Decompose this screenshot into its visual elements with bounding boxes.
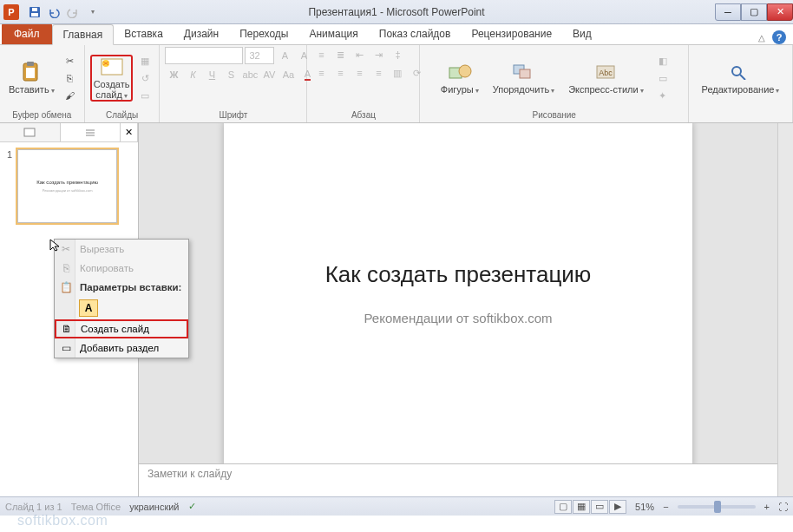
editor-area: Как создать презентацию Рекомендации от …	[139, 123, 777, 496]
sorter-view-button[interactable]: ▦	[573, 500, 590, 514]
columns[interactable]: ▥	[389, 65, 406, 81]
context-paste-option[interactable]: A	[55, 297, 188, 319]
layout-button[interactable]: ▦	[136, 53, 154, 69]
shape-fill[interactable]: ◧	[654, 53, 672, 69]
group-font: 32 A A Ж К Ч S abc AV Aa A Шрифт	[160, 45, 307, 122]
align-center[interactable]: ≡	[331, 65, 349, 81]
zoom-slider[interactable]	[678, 505, 756, 509]
file-tab[interactable]: Файл	[2, 23, 52, 44]
align-right[interactable]: ≡	[351, 65, 368, 81]
zoom-value[interactable]: 51%	[635, 502, 654, 512]
tab-insert[interactable]: Вставка	[114, 23, 174, 44]
slideshow-view-button[interactable]: ▶	[609, 500, 626, 514]
paste-label: Вставить	[9, 84, 55, 95]
tab-design[interactable]: Дизайн	[174, 23, 229, 44]
help-icon[interactable]: ?	[772, 30, 786, 44]
shape-outline[interactable]: ▭	[654, 70, 672, 86]
svg-line-15	[740, 75, 745, 80]
svg-rect-11	[520, 69, 530, 78]
arrange-button[interactable]: Упорядочить	[489, 60, 558, 96]
change-case-button[interactable]: Aa	[279, 67, 297, 82]
italic-button[interactable]: К	[184, 67, 201, 82]
panel-tab-slides[interactable]	[0, 123, 61, 141]
zoom-thumb[interactable]	[714, 501, 721, 513]
tab-transitions[interactable]: Переходы	[229, 23, 298, 44]
save-button[interactable]	[26, 3, 43, 21]
quick-styles-button[interactable]: Abc Экспресс-стили	[565, 60, 646, 96]
justify[interactable]: ≡	[370, 65, 387, 81]
tab-review[interactable]: Рецензирование	[461, 23, 562, 44]
tab-animations[interactable]: Анимация	[298, 23, 368, 44]
font-name-combo[interactable]	[165, 47, 243, 64]
reading-view-button[interactable]: ▭	[591, 500, 608, 514]
shape-effects[interactable]: ✦	[654, 88, 672, 103]
context-copy: ⎘ Копировать	[55, 259, 188, 278]
tab-view[interactable]: Вид	[562, 23, 602, 44]
numbering-button[interactable]: ≣	[331, 47, 349, 62]
notes-pane[interactable]: Заметки к слайду	[139, 463, 777, 496]
decrease-indent[interactable]: ⇤	[351, 47, 368, 62]
fit-button[interactable]: ⛶	[778, 502, 788, 512]
minimize-button[interactable]: ─	[715, 3, 741, 21]
paste-button[interactable]: Вставить	[5, 60, 58, 96]
zoom-in-button[interactable]: +	[764, 502, 770, 512]
increase-indent[interactable]: ⇥	[370, 47, 387, 62]
svg-rect-5	[26, 68, 35, 78]
underline-button[interactable]: Ч	[203, 67, 220, 82]
format-painter-button[interactable]: 🖌	[62, 88, 79, 103]
slide-canvas[interactable]: Как создать презентацию Рекомендации от …	[224, 123, 692, 463]
section-button[interactable]: ▭	[136, 88, 154, 103]
line-spacing[interactable]: ‡	[389, 47, 406, 62]
cut-button[interactable]: ✂	[62, 53, 79, 69]
view-buttons: ▢ ▦ ▭ ▶	[554, 500, 626, 514]
context-new-slide[interactable]: 🗎 Создать слайд	[55, 319, 188, 338]
group-slides: Создать слайд ▦ ↺ ▭ Слайды	[85, 45, 161, 122]
minimize-ribbon-icon[interactable]: △	[758, 33, 765, 43]
shadow-button[interactable]: abc	[241, 67, 259, 82]
status-language[interactable]: украинский	[129, 502, 179, 512]
reset-button[interactable]: ↺	[136, 70, 154, 86]
bold-button[interactable]: Ж	[165, 67, 182, 82]
tab-home[interactable]: Главная	[52, 24, 115, 45]
thumb-number: 1	[7, 149, 12, 223]
paste-option-a[interactable]: A	[79, 299, 98, 317]
cursor-icon	[49, 238, 62, 252]
quick-styles-label: Экспресс-стили	[568, 84, 643, 95]
normal-view-button[interactable]: ▢	[554, 500, 572, 514]
vertical-scrollbar[interactable]	[777, 123, 793, 496]
spellcheck-icon[interactable]: ✓	[188, 501, 196, 512]
close-button[interactable]: ✕	[767, 3, 793, 21]
slide-title[interactable]: Как создать презентацию	[325, 261, 592, 288]
new-slide-button[interactable]: Создать слайд	[90, 55, 134, 102]
editing-button[interactable]: Редактирование	[698, 60, 783, 96]
grow-font[interactable]: A	[276, 48, 293, 63]
panel-close[interactable]: ✕	[121, 123, 138, 141]
group-font-label: Шрифт	[165, 109, 301, 121]
bullets-button[interactable]: ≡	[312, 47, 330, 62]
context-add-section[interactable]: ▭ Добавить раздел	[55, 338, 188, 358]
strike-button[interactable]: S	[222, 67, 239, 82]
panel-tab-outline[interactable]	[61, 123, 121, 141]
undo-button[interactable]	[45, 3, 62, 21]
window-title: Презентация1 - Microsoft PowerPoint	[308, 6, 484, 18]
group-paragraph: ≡ ≣ ⇤ ⇥ ‡ ≡ ≡ ≡ ≡ ▥ ⟳ Абзац	[307, 45, 420, 122]
slide-thumbnail-1[interactable]: Как создать презентацию Рекомендации от …	[17, 149, 117, 223]
svg-rect-2	[32, 8, 37, 11]
qat-customize[interactable]	[83, 3, 101, 21]
redo-button[interactable]	[64, 3, 82, 21]
shapes-label: Фигуры	[441, 84, 479, 95]
statusbar: Слайд 1 из 1 Тема Office украинский ✓ ▢ …	[0, 496, 793, 516]
group-drawing: Фигуры Упорядочить Abc Экспресс-стили ◧ …	[420, 45, 689, 122]
shapes-button[interactable]: Фигуры	[437, 60, 482, 96]
zoom-out-button[interactable]: −	[663, 502, 668, 512]
tab-slideshow[interactable]: Показ слайдов	[369, 23, 462, 44]
ribbon: Вставить ✂ ⎘ 🖌 Буфер обмена Создать слай…	[0, 45, 793, 123]
slide-subtitle[interactable]: Рекомендации от softikbox.com	[364, 311, 552, 325]
maximize-button[interactable]: ▢	[741, 3, 767, 21]
copy-button[interactable]: ⎘	[62, 70, 79, 86]
group-clipboard: Вставить ✂ ⎘ 🖌 Буфер обмена	[0, 45, 85, 122]
font-size-combo[interactable]: 32	[245, 47, 274, 64]
thumb-sub: Рекомендации от softikbox.com	[43, 188, 93, 193]
align-left[interactable]: ≡	[312, 65, 330, 81]
char-spacing-button[interactable]: AV	[260, 67, 278, 82]
